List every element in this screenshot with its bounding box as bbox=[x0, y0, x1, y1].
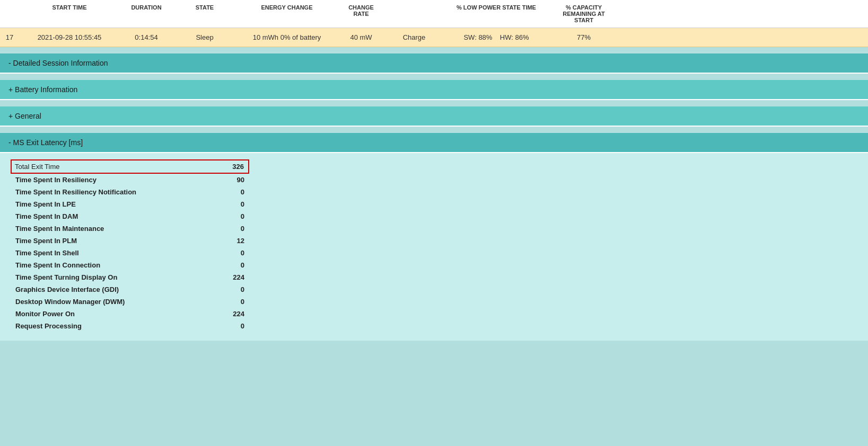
metric-row: Time Spent In Resiliency Notification0 bbox=[11, 186, 249, 198]
metric-value: 12 bbox=[211, 235, 249, 247]
section-ms-exit[interactable]: - MS Exit Latency [ms] bbox=[0, 133, 868, 153]
metric-value: 326 bbox=[211, 160, 249, 173]
row-state: Sleep bbox=[173, 31, 236, 43]
metric-label: Time Spent In Maintenance bbox=[11, 222, 211, 235]
metric-label: Time Spent In DAM bbox=[11, 210, 211, 222]
section-general[interactable]: + General bbox=[0, 106, 868, 127]
col-duration-header: DURATION bbox=[120, 2, 173, 25]
metric-value: 224 bbox=[211, 271, 249, 283]
metric-value: 0 bbox=[211, 283, 249, 296]
row-lps-sw: SW: 88% bbox=[463, 33, 492, 41]
row-lps: SW: 88% HW: 86% bbox=[443, 31, 549, 43]
metric-value: 0 bbox=[211, 198, 249, 210]
row-rate: 40 mW bbox=[337, 31, 385, 43]
metric-label: Monitor Power On bbox=[11, 308, 211, 320]
metric-row: Time Spent In Maintenance0 bbox=[11, 222, 249, 235]
ms-exit-body: Total Exit Time326Time Spent In Resilien… bbox=[0, 153, 868, 341]
table-header: START TIME DURATION STATE ENERGY CHANGE … bbox=[0, 0, 868, 47]
metric-row: Desktop Window Manager (DWM)0 bbox=[11, 296, 249, 308]
metric-value: 224 bbox=[211, 308, 249, 320]
col-start-header: START TIME bbox=[19, 2, 120, 25]
metric-value: 0 bbox=[211, 296, 249, 308]
metric-row: Time Spent In LPE0 bbox=[11, 198, 249, 210]
metric-row: Time Spent In Resiliency90 bbox=[11, 173, 249, 186]
metric-row: Monitor Power On224 bbox=[11, 308, 249, 320]
col-lps-header: % LOW POWER STATE TIME bbox=[443, 2, 549, 25]
row-charge: Charge bbox=[385, 31, 443, 43]
metric-label: Time Spent In PLM bbox=[11, 235, 211, 247]
row-duration: 0:14:54 bbox=[120, 31, 173, 43]
metric-value: 0 bbox=[211, 210, 249, 222]
metric-value: 0 bbox=[211, 222, 249, 235]
metric-value: 90 bbox=[211, 173, 249, 186]
row-energy: 10 mWh 0% of battery bbox=[236, 31, 337, 43]
metric-row: Total Exit Time326 bbox=[11, 160, 249, 173]
row-lps-hw: HW: 86% bbox=[500, 33, 529, 41]
metric-label: Time Spent In Resiliency Notification bbox=[11, 186, 211, 198]
metric-value: 0 bbox=[211, 320, 249, 332]
metric-row: Time Spent In DAM0 bbox=[11, 210, 249, 222]
section-battery[interactable]: + Battery Information bbox=[0, 80, 868, 100]
row-num: 17 bbox=[0, 31, 19, 43]
metric-value: 0 bbox=[211, 259, 249, 271]
table-row: 17 2021-09-28 10:55:45 0:14:54 Sleep 10 … bbox=[0, 28, 868, 47]
metric-row: Time Spent In PLM12 bbox=[11, 235, 249, 247]
col-charge-header bbox=[385, 2, 443, 25]
row-cap: 77% bbox=[549, 31, 618, 43]
metric-label: Time Spent In Shell bbox=[11, 247, 211, 259]
col-state-header: STATE bbox=[173, 2, 236, 25]
section-detailed[interactable]: - Detailed Session Information bbox=[0, 53, 868, 74]
metric-value: 0 bbox=[211, 186, 249, 198]
metric-value: 0 bbox=[211, 247, 249, 259]
metrics-table: Total Exit Time326Time Spent In Resilien… bbox=[11, 159, 249, 332]
col-rate-header: CHANGE RATE bbox=[337, 2, 385, 25]
metric-row: Time Spent Turning Display On224 bbox=[11, 271, 249, 283]
metric-label: Total Exit Time bbox=[11, 160, 211, 173]
metric-row: Request Processing0 bbox=[11, 320, 249, 332]
col-num-header bbox=[0, 2, 19, 25]
metric-label: Time Spent In LPE bbox=[11, 198, 211, 210]
metric-row: Time Spent In Shell0 bbox=[11, 247, 249, 259]
metric-label: Time Spent In Connection bbox=[11, 259, 211, 271]
row-start: 2021-09-28 10:55:45 bbox=[19, 31, 120, 43]
col-energy-header: ENERGY CHANGE bbox=[236, 2, 337, 25]
metric-row: Time Spent In Connection0 bbox=[11, 259, 249, 271]
metric-row: Graphics Device Interface (GDI)0 bbox=[11, 283, 249, 296]
metric-label: Time Spent In Resiliency bbox=[11, 173, 211, 186]
col-cap-header: % CAPACITY REMAINING AT START bbox=[549, 2, 618, 25]
metric-label: Request Processing bbox=[11, 320, 211, 332]
metric-label: Graphics Device Interface (GDI) bbox=[11, 283, 211, 296]
metric-label: Desktop Window Manager (DWM) bbox=[11, 296, 211, 308]
metric-label: Time Spent Turning Display On bbox=[11, 271, 211, 283]
